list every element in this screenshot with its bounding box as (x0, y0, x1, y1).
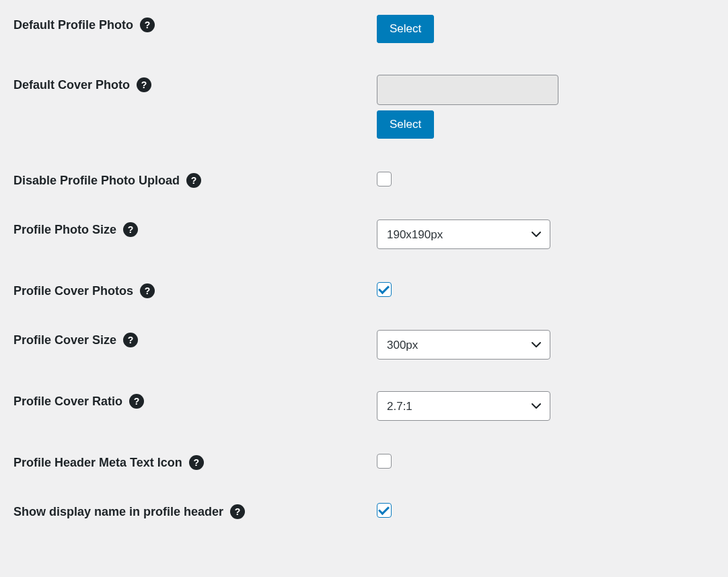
help-icon[interactable]: ? (140, 283, 155, 298)
row-profile-photo-size: Profile Photo Size ? 190x190px (0, 211, 728, 273)
control-cell (377, 281, 728, 297)
help-icon[interactable]: ? (189, 455, 204, 470)
row-profile-header-meta-text-icon: Profile Header Meta Text Icon ? (0, 444, 728, 494)
help-icon[interactable]: ? (123, 333, 138, 347)
row-profile-cover-ratio: Profile Cover Ratio ? 2.7:1 (0, 383, 728, 444)
label-cell: Disable Profile Photo Upload ? (13, 170, 377, 188)
select-profile-photo-size[interactable]: 190x190px (377, 219, 550, 249)
select-profile-cover-size[interactable]: 300px (377, 330, 550, 360)
select-profile-cover-ratio[interactable]: 2.7:1 (377, 391, 550, 421)
select-profile-photo-button[interactable]: Select (377, 15, 434, 43)
label-disable-profile-photo-upload: Disable Profile Photo Upload (13, 174, 180, 188)
control-cell (377, 502, 728, 518)
label-cell: Show display name in profile header ? (13, 502, 377, 519)
label-profile-cover-size: Profile Cover Size (13, 333, 116, 347)
row-profile-cover-photos: Profile Cover Photos ? (0, 273, 728, 322)
select-wrap: 2.7:1 (377, 391, 550, 421)
select-cover-photo-button[interactable]: Select (377, 110, 434, 139)
label-cell: Default Profile Photo ? (13, 15, 377, 32)
label-profile-photo-size: Profile Photo Size (13, 223, 116, 237)
label-profile-cover-ratio: Profile Cover Ratio (13, 395, 122, 409)
control-cell: 300px (377, 330, 728, 360)
label-default-profile-photo: Default Profile Photo (13, 18, 133, 32)
label-profile-cover-photos: Profile Cover Photos (13, 284, 133, 298)
row-default-cover-photo: Default Cover Photo ? Select (0, 67, 728, 162)
control-cell (377, 170, 728, 186)
control-cell: 2.7:1 (377, 391, 728, 421)
help-icon[interactable]: ? (137, 77, 151, 92)
help-icon[interactable]: ? (140, 18, 155, 32)
row-disable-profile-photo-upload: Disable Profile Photo Upload ? (0, 162, 728, 211)
label-cell: Profile Cover Photos ? (13, 281, 377, 298)
label-cell: Profile Cover Size ? (13, 330, 377, 347)
settings-form: Default Profile Photo ? Select Default C… (0, 7, 728, 539)
select-wrap: 300px (377, 330, 550, 360)
row-show-display-name: Show display name in profile header ? (0, 494, 728, 539)
select-wrap: 190x190px (377, 219, 550, 249)
label-cell: Profile Header Meta Text Icon ? (13, 452, 377, 470)
help-icon[interactable]: ? (129, 394, 144, 409)
label-cell: Profile Cover Ratio ? (13, 391, 377, 409)
help-icon[interactable]: ? (123, 222, 138, 237)
control-cell: Select (377, 15, 728, 43)
row-profile-cover-size: Profile Cover Size ? 300px (0, 322, 728, 383)
control-cell: 190x190px (377, 219, 728, 249)
checkbox-profile-header-meta-text-icon[interactable] (377, 454, 392, 469)
row-default-profile-photo: Default Profile Photo ? Select (0, 7, 728, 67)
label-show-display-name: Show display name in profile header (13, 505, 223, 519)
label-cell: Profile Photo Size ? (13, 219, 377, 237)
label-default-cover-photo: Default Cover Photo (13, 78, 130, 92)
checkbox-show-display-name[interactable] (377, 503, 392, 518)
label-cell: Default Cover Photo ? (13, 75, 377, 92)
help-icon[interactable]: ? (186, 173, 201, 188)
control-cell: Select (377, 75, 728, 139)
label-profile-header-meta-text-icon: Profile Header Meta Text Icon (13, 456, 182, 470)
checkbox-disable-profile-photo-upload[interactable] (377, 172, 392, 186)
help-icon[interactable]: ? (230, 504, 245, 519)
control-cell (377, 452, 728, 469)
checkbox-profile-cover-photos[interactable] (377, 282, 392, 297)
cover-photo-preview (377, 75, 558, 105)
